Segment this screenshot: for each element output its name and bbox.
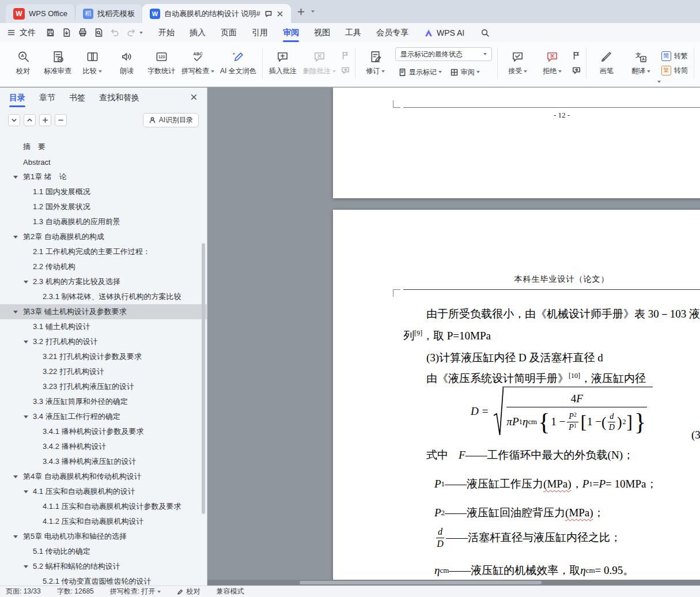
tab-wps-home[interactable]: W WPS Office (6, 4, 75, 23)
previous-comment-button[interactable] (340, 51, 350, 61)
horizontal-scrollbar[interactable] (207, 580, 700, 585)
toc-item[interactable]: Abstract (0, 154, 207, 169)
toc-expand-arrow-icon[interactable] (24, 565, 28, 568)
wps-ai-button[interactable]: WPS AI (416, 23, 472, 42)
toc-item[interactable]: 3.4.2 播种机构设计 (0, 439, 207, 454)
toc-item[interactable]: 1.3 自动裹膜机的应用前景 (0, 214, 207, 229)
close-tab-icon[interactable] (277, 10, 283, 17)
toc-item[interactable]: 2.3 机构的方案比较及选择 (0, 274, 207, 289)
accept-button[interactable]: 接受 (501, 45, 535, 82)
toc-item[interactable]: 第1章 绪 论 (0, 169, 207, 184)
search-button[interactable] (472, 23, 498, 42)
ai-polish-button[interactable]: AI 全文润色 (217, 45, 259, 82)
decrease-level-button[interactable] (55, 114, 67, 126)
spell-check-button[interactable]: ABC 拼写检查 (179, 45, 217, 82)
toc-item[interactable]: 3.2 打孔机构的设计 (0, 334, 207, 349)
toc-item[interactable]: 3.23 打孔机构液压缸的设计 (0, 379, 207, 394)
toc-item[interactable]: 4.1 压实和自动裹膜机构的设计 (0, 484, 207, 499)
ai-recognize-toc-button[interactable]: AI识别目录 (143, 113, 199, 127)
toc-item[interactable]: 3.21 打孔机构设计参数及要求 (0, 349, 207, 364)
standard-review-button[interactable]: 标准审查 (40, 45, 75, 82)
toc-expand-arrow-icon[interactable] (24, 341, 28, 343)
print-button[interactable] (75, 25, 90, 40)
toc-expand-arrow-icon[interactable] (13, 176, 18, 179)
undo-button[interactable] (107, 25, 122, 40)
to-simplified-button[interactable]: 繁 转简 (661, 66, 688, 75)
next-comment-button[interactable] (340, 66, 350, 75)
expand-headings-button[interactable] (24, 114, 36, 126)
toc-expand-arrow-icon[interactable] (13, 311, 18, 313)
save-button[interactable] (43, 25, 58, 40)
word-count-button[interactable]: 123 字数统计 (144, 45, 179, 82)
status-page-indicator[interactable]: 页面: 13/33 (6, 587, 41, 596)
horizontal-scrollbar-thumb[interactable] (300, 581, 542, 584)
toc-item[interactable]: 第3章 铺土机构设计及参数要求 (0, 304, 207, 319)
doc-chat-icon[interactable] (264, 10, 273, 18)
ribbon-collapse-chevron-icon[interactable] (657, 81, 661, 83)
toc-item[interactable]: 2.1 工作机构完成的主要工作过程： (0, 244, 207, 259)
toc-expand-arrow-icon[interactable] (13, 236, 18, 239)
redo-button[interactable] (123, 25, 138, 40)
track-changes-button[interactable]: 修订 (358, 45, 393, 82)
menu-reference[interactable]: 引用 (244, 23, 275, 42)
show-markup-button[interactable]: 显示标记 (395, 65, 445, 79)
page-13[interactable]: 本科生毕业设计（论文） 由于所受负载很小，由《机械设计师手册》表 30－103 … (333, 210, 700, 585)
toc-item[interactable]: 5.2 蜗杆和蜗轮的结构设计 (0, 559, 207, 574)
file-menu-button[interactable]: 文件 (0, 23, 43, 42)
toc-expand-arrow-icon[interactable] (13, 475, 18, 478)
toc-item[interactable]: 3.1 铺土机构设计 (0, 319, 207, 334)
toc-item[interactable]: 第5章 电动机功率和轴径的选择 (0, 529, 207, 544)
toc-item[interactable]: 2.2 传动机构 (0, 259, 207, 274)
sidebar-tab-find-replace[interactable]: 查找和替换 (99, 88, 139, 108)
read-aloud-button[interactable]: 朗读 (109, 45, 144, 82)
to-traditional-button[interactable]: 简 转繁 (661, 51, 688, 61)
toc-item[interactable]: 4.1.1 压实和自动裹膜机构设计参数及要求 (0, 499, 207, 514)
toc-expand-arrow-icon[interactable] (13, 535, 18, 538)
next-change-button[interactable] (572, 66, 581, 75)
menu-view[interactable]: 视图 (307, 23, 338, 42)
export-pdf-button[interactable] (59, 25, 74, 40)
status-proofread[interactable]: 校对 (177, 587, 200, 596)
toc-item[interactable]: 2.3.1 制钵花钵、送钵执行机构的方案比较 (0, 289, 207, 304)
sidebar-tab-contents[interactable]: 目录 (9, 88, 25, 108)
sidebar-tab-chapters[interactable]: 章节 (39, 88, 55, 108)
tab-docer-templates[interactable]: 稻 找稻壳模板 (75, 4, 142, 23)
toc-item[interactable]: 3.22 打孔机构设计 (0, 364, 207, 379)
status-spell-check[interactable]: 拼写检查: 打开 (110, 587, 161, 596)
delete-comment-button[interactable]: 删除批注 (300, 45, 339, 82)
review-pane-button[interactable]: 审阅 (447, 65, 483, 79)
toc-item[interactable]: 第4章 自动裹膜机构和传动机构设计 (0, 469, 207, 484)
toc-item[interactable]: 3.4.3 播种机构液压缸的设计 (0, 454, 207, 469)
menu-start[interactable]: 开始 (151, 23, 182, 42)
toc-item[interactable]: 3.4 液压缸工作行程的确定 (0, 409, 207, 424)
sidebar-scrollbar[interactable] (202, 243, 205, 514)
toc-expand-arrow-icon[interactable] (24, 490, 28, 493)
toc-expand-arrow-icon[interactable] (24, 281, 28, 284)
menu-tools[interactable]: 工具 (338, 23, 369, 42)
tab-document[interactable]: W 自动裹膜机的结构设计 说明# (142, 4, 291, 23)
collapse-headings-button[interactable] (8, 114, 20, 126)
proofread-button[interactable]: A 校对 (6, 45, 40, 82)
insert-comment-button[interactable]: 插入批注 (266, 45, 300, 82)
toc-item[interactable]: 摘 要 (0, 139, 207, 154)
new-tab-plus-icon[interactable] (297, 7, 305, 16)
quick-access-chevron-down-icon[interactable] (139, 32, 143, 34)
status-word-count[interactable]: 字数: 12685 (57, 587, 94, 596)
translate-button[interactable]: 文A 翻译 (624, 45, 659, 82)
tab-list-chevron-down-icon[interactable] (311, 10, 315, 13)
reject-button[interactable]: 拒绝 (535, 45, 570, 82)
toc-item[interactable]: 3.3 液压缸筒厚和外径的确定 (0, 394, 207, 409)
toc-item[interactable]: 3.4.1 播种机构设计参数及要求 (0, 424, 207, 439)
menu-membership[interactable]: 会员专享 (369, 23, 416, 42)
markup-state-select[interactable]: 显示标记的最终状态 (395, 47, 492, 61)
page-12[interactable]: - 12 - (333, 88, 700, 198)
toc-item[interactable]: 第2章 自动裹膜机的构成 (0, 229, 207, 244)
ink-brush-button[interactable]: 画笔 (589, 45, 624, 82)
menu-insert[interactable]: 插入 (182, 23, 213, 42)
previous-change-button[interactable] (572, 51, 581, 61)
print-preview-button[interactable] (91, 25, 106, 40)
toc-item[interactable]: 1.2 国外发展状况 (0, 199, 207, 214)
toc-item[interactable]: 5.1 传动比的确定 (0, 544, 207, 559)
menu-review[interactable]: 审阅 (275, 23, 307, 42)
toc-item[interactable]: 4.1.2 压实和自动裹膜机构设计 (0, 514, 207, 529)
